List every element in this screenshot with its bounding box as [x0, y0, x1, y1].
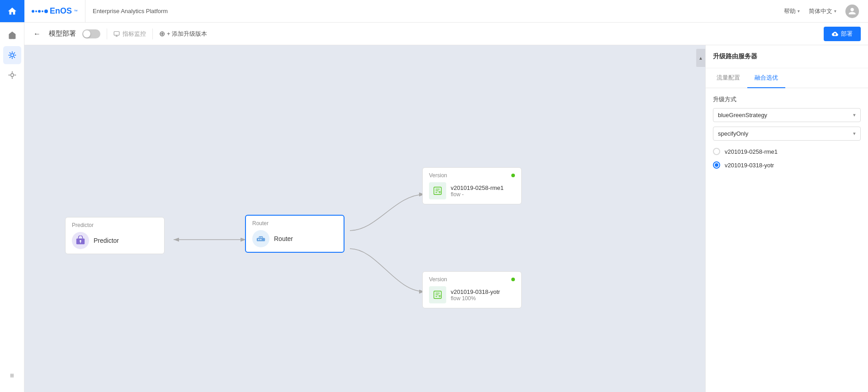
- help-btn[interactable]: 帮助 ▾: [784, 7, 800, 15]
- strategy1-arrow-icon: ▾: [853, 112, 856, 118]
- logo: EnOS ™: [32, 6, 78, 16]
- strategy2-value: specifyOnly: [718, 130, 748, 137]
- monitor-label: 指标监控: [123, 30, 146, 38]
- sidebar-analytics2-icon: [8, 71, 17, 80]
- menu-icon: ≡: [10, 372, 14, 380]
- avatar-icon: [848, 7, 856, 15]
- version2-label: Version: [429, 276, 447, 283]
- version-node-1[interactable]: Version: [422, 167, 522, 204]
- sidebar-item-analytics[interactable]: [3, 46, 21, 64]
- predictor-node-label: Predictor: [72, 222, 158, 228]
- svg-rect-14: [114, 31, 119, 35]
- help-dropdown-icon: ▾: [797, 9, 800, 14]
- version2-svg-icon: [433, 290, 443, 300]
- version1-status-dot: [511, 174, 515, 177]
- deploy-icon: [832, 31, 838, 37]
- radio-label-2: v201019-0318-yotr: [725, 162, 774, 169]
- radio-circle-2: [713, 161, 720, 169]
- predictor-node[interactable]: Predictor Predictor: [65, 217, 165, 254]
- router-node-label: Router: [252, 220, 337, 227]
- canvas: Predictor Predictor: [24, 45, 705, 392]
- router-svg-icon: [256, 234, 266, 244]
- scroll-up-btn[interactable]: ▲: [696, 49, 705, 67]
- sidebar-analytics-icon: [8, 51, 17, 60]
- radio-circle-1: [713, 148, 720, 155]
- predictor-node-name: Predictor: [94, 237, 119, 244]
- toolbar-title: 模型部署: [49, 29, 76, 38]
- svg-point-9: [10, 74, 14, 77]
- version1-flow: flow -: [451, 191, 504, 198]
- sidebar-home-icon: [8, 31, 17, 40]
- radio-label-1: v201019-0258-rme1: [725, 148, 778, 155]
- svg-line-8: [9, 57, 10, 58]
- router-node[interactable]: Router: [245, 215, 344, 253]
- lang-btn[interactable]: 简体中文 ▾: [809, 7, 836, 15]
- version2-icon: [429, 286, 446, 303]
- version1-icon: [429, 182, 446, 199]
- lang-dropdown-icon: ▾: [834, 9, 836, 14]
- monitor-btn[interactable]: 指标监控: [113, 30, 146, 38]
- svg-point-26: [260, 239, 262, 240]
- platform-title: Enterprise Analytics Platform: [93, 8, 168, 14]
- add-version-btn[interactable]: ⊕ + 添加升级版本: [159, 29, 207, 38]
- version-node-2[interactable]: Version: [422, 271, 522, 308]
- version2-flow: flow 100%: [451, 295, 500, 302]
- strategy1-value: blueGreenStrategy: [718, 112, 767, 118]
- strategy-select-1[interactable]: blueGreenStrategy ▾: [713, 108, 861, 122]
- version1-label: Version: [429, 172, 447, 179]
- add-version-label: + 添加升级版本: [167, 30, 207, 38]
- router-icon: [252, 230, 269, 247]
- avatar[interactable]: [845, 5, 859, 18]
- strategy2-arrow-icon: ▾: [853, 131, 856, 137]
- tab-fusion[interactable]: 融合选优: [747, 68, 785, 88]
- back-icon: ←: [33, 30, 41, 38]
- version2-name: v201019-0318-yotr: [451, 288, 500, 295]
- monitor-icon: [113, 31, 120, 37]
- router-node-name: Router: [274, 235, 293, 242]
- sidebar-bottom[interactable]: ≡: [3, 367, 21, 385]
- svg-line-5: [9, 52, 10, 53]
- scroll-up-icon: ▲: [698, 56, 703, 61]
- predictor-svg-icon: [75, 236, 85, 246]
- home-icon: [7, 6, 17, 16]
- strategy-select-2[interactable]: specifyOnly ▾: [713, 127, 861, 141]
- radio-option-2[interactable]: v201019-0318-yotr: [713, 161, 861, 169]
- svg-line-6: [14, 57, 14, 58]
- lang-label: 简体中文: [809, 7, 832, 15]
- version2-status-dot: [511, 278, 515, 281]
- predictor-icon: [72, 232, 89, 249]
- svg-point-22: [80, 240, 81, 242]
- toggle-switch[interactable]: [82, 29, 100, 38]
- radio-option-1[interactable]: v201019-0258-rme1: [713, 148, 861, 155]
- sidebar-item-home[interactable]: [3, 26, 21, 44]
- back-button[interactable]: ←: [32, 28, 42, 40]
- home-icon-btn[interactable]: [0, 0, 24, 22]
- deploy-button[interactable]: 部署: [824, 27, 861, 41]
- svg-point-25: [258, 239, 259, 240]
- right-panel: 升级路由服务器 流量配置 融合选优 升级方式 blueGreenStrategy…: [705, 45, 868, 392]
- tab-traffic[interactable]: 流量配置: [709, 68, 747, 88]
- sidebar-item-analytics2[interactable]: [3, 66, 21, 84]
- help-label: 帮助: [784, 7, 796, 15]
- svg-line-7: [14, 52, 14, 53]
- version1-name: v201019-0258-rme1: [451, 184, 504, 191]
- upgrade-method-label: 升级方式: [713, 95, 861, 104]
- version1-svg-icon: [433, 186, 443, 196]
- add-version-icon: ⊕: [159, 29, 165, 38]
- panel-header: 升级路由服务器: [706, 45, 868, 68]
- radio-group: v201019-0258-rme1 v201019-0318-yotr: [713, 148, 861, 169]
- deploy-label: 部署: [841, 30, 853, 38]
- svg-point-0: [10, 54, 14, 57]
